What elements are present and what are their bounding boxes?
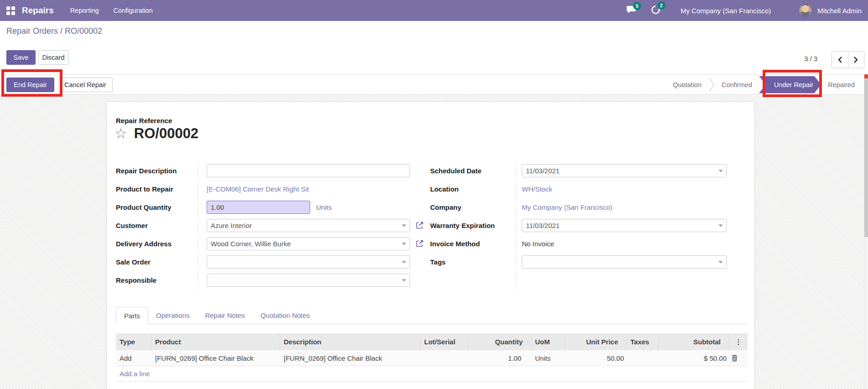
pager [832,51,864,68]
app-name[interactable]: Repairs [22,5,54,16]
delivery-address-external-link-icon[interactable] [416,239,424,248]
col-header-type[interactable]: Type [116,333,151,350]
sale-order-input[interactable] [207,255,410,269]
discard-button[interactable]: Discard [38,50,68,65]
col-header-unit-price[interactable]: Unit Price [566,333,627,350]
field-invoice-method: Invoice Method No Invoice [430,234,738,253]
annotation-box-under-repair [763,70,822,97]
tab-parts[interactable]: Parts [116,307,148,324]
product-to-repair-link[interactable]: [E-COM06] Corner Desk Right Sit [207,185,309,193]
parts-table-header: Type Product Description Lot/Serial Quan… [116,333,748,350]
invoice-method-value: No Invoice [522,240,554,248]
form-sheet: Repair Reference ☆ RO/00002 Repair Descr… [106,101,755,389]
user-avatar[interactable] [799,5,811,17]
tags-input[interactable] [522,255,727,269]
breadcrumb[interactable]: Repair Orders / RO/00002 [6,26,102,36]
activities-badge: 2 [657,1,665,10]
messages-button[interactable]: 5 [626,5,636,16]
nav-menu-configuration[interactable]: Configuration [114,7,153,14]
repair-description-input[interactable] [207,164,410,177]
activities-button[interactable]: 2 [651,5,660,16]
col-header-quantity[interactable]: Quantity [468,333,531,350]
field-tags: Tags [430,253,738,271]
col-header-taxes[interactable]: Taxes [627,333,659,350]
status-step-repaired[interactable]: Repaired [821,81,862,88]
delete-row-trash-icon[interactable] [731,354,738,362]
kebab-menu-icon: ⋮ [735,338,742,346]
parts-table: Type Product Description Lot/Serial Quan… [116,333,748,382]
control-panel: Repair Orders / RO/00002 Save Discard 3 … [0,21,868,74]
cell-type[interactable]: Add [116,350,151,366]
cancel-repair-button[interactable]: Cancel Repair [58,78,113,92]
field-repair-description: Repair Description [116,161,424,180]
field-product-to-repair: Product to Repair [E-COM06] Corner Desk … [116,180,424,198]
apps-menu-icon[interactable] [6,6,15,15]
company-link[interactable]: My Company (San Francisco) [522,203,612,211]
field-scheduled-date: Scheduled Date [430,161,738,180]
scrollbar-thumb[interactable] [864,78,868,237]
top-navbar: Repairs Reporting Configuration 5 2 My C… [0,0,868,21]
scrollbar-red-artifact [864,74,868,78]
vertical-scrollbar[interactable] [864,74,868,389]
pager-counter: 3 / 3 [804,55,817,62]
page-background: Repair Reference ☆ RO/00002 Repair Descr… [0,95,868,389]
pager-previous-button[interactable] [832,52,848,68]
customer-input[interactable] [207,219,410,232]
favorite-star-icon[interactable]: ☆ [114,126,127,141]
field-sale-order: Sale Order [116,253,424,271]
cell-lot-serial[interactable] [421,350,468,366]
reference-label: Repair Reference [116,117,172,124]
responsible-input[interactable] [207,274,410,287]
field-delivery-address: Delivery Address [116,234,424,253]
col-header-description[interactable]: Description [280,333,421,350]
tab-repair-notes[interactable]: Repair Notes [197,307,253,324]
scheduled-date-input[interactable] [522,164,727,177]
cell-uom[interactable]: Units [531,350,566,366]
repair-reference-title: RO/00002 [134,125,198,142]
cell-product[interactable]: [FURN_0269] Office Chair Black [151,350,280,366]
delivery-address-input[interactable] [207,237,410,250]
col-header-lot-serial[interactable]: Lot/Serial [421,333,468,350]
parts-table-row[interactable]: Add [FURN_0269] Office Chair Black [FURN… [116,350,748,366]
col-header-subtotal[interactable]: Subtotal [659,333,729,350]
form-statusbar: End Repair Cancel Repair Quotation Confi… [0,74,868,95]
field-product-quantity: Product Quantity Units [116,198,424,216]
location-link[interactable]: WH/Stock [522,185,552,193]
col-header-product[interactable]: Product [151,333,280,350]
pager-next-button[interactable] [848,52,864,68]
product-quantity-input[interactable] [207,201,310,214]
cell-description[interactable]: [FURN_0269] Office Chair Black [280,350,421,366]
customer-external-link-icon[interactable] [416,221,424,229]
company-switcher[interactable]: My Company (San Francisco) [681,7,771,15]
col-header-uom[interactable]: UoM [531,333,566,350]
tab-operations[interactable]: Operations [148,307,197,324]
user-menu[interactable]: Mitchell Admin [817,7,862,15]
tab-quotation-notes[interactable]: Quotation Notes [253,307,317,324]
cell-subtotal[interactable]: $ 50.00 [659,350,729,366]
cell-unit-price[interactable]: 50.00 [566,350,627,366]
warranty-expiration-input[interactable] [522,219,727,232]
field-location: Location WH/Stock [430,180,738,198]
column-options-button[interactable]: ⋮ [729,333,748,350]
status-step-quotation[interactable]: Quotation [666,81,708,88]
notebook-tabs: Parts Operations Repair Notes Quotation … [116,307,748,324]
annotation-box-end-repair [1,69,62,97]
status-step-confirmed[interactable]: Confirmed [715,81,759,88]
field-customer: Customer [116,216,424,234]
save-button[interactable]: Save [6,50,36,65]
field-responsible: Responsible [116,271,424,289]
cell-quantity[interactable]: 1.00 [468,350,531,366]
step-separator-icon [709,77,714,93]
field-warranty-expiration: Warranty Expiration [430,216,738,234]
field-company: Company My Company (San Francisco) [430,198,738,216]
cell-taxes[interactable] [627,350,659,366]
add-a-line-link[interactable]: Add a line [116,366,748,382]
uom-label: Units [316,203,332,211]
messages-badge: 5 [633,2,641,10]
nav-menu-reporting[interactable]: Reporting [70,7,99,14]
